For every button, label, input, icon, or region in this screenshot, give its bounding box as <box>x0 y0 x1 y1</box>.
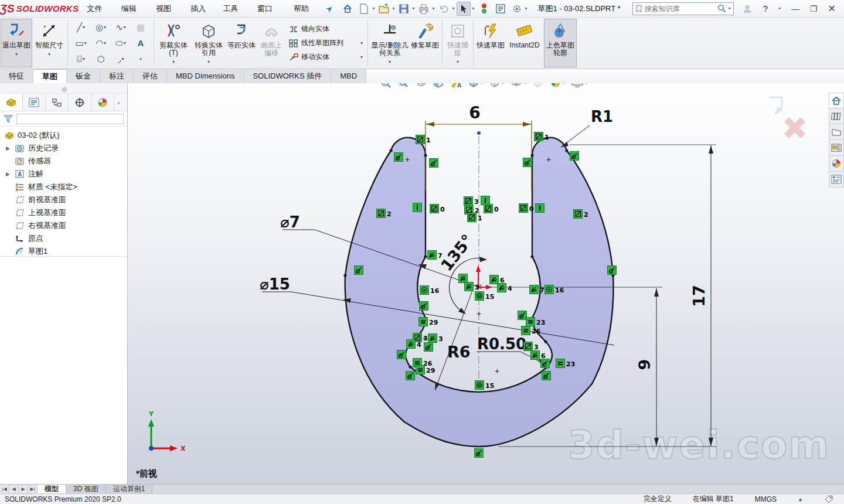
display-relations-button[interactable]: 显示/删除几何关系▾ <box>370 19 409 67</box>
tree-item-front-plane[interactable]: 前视基准面 <box>0 193 127 206</box>
close-button[interactable]: ✕ <box>828 3 836 14</box>
gear-caret-icon[interactable]: ▾ <box>525 6 528 11</box>
convert-caret-icon[interactable]: ▾ <box>207 58 210 66</box>
linear-pattern-button[interactable]: 线性草图阵列▾ <box>288 37 364 50</box>
pane-right-icon[interactable] <box>778 83 787 84</box>
trim-entities-button[interactable]: 剪裁实体(T)▾ <box>156 19 190 67</box>
exit-sketch-caret-icon[interactable]: ▾ <box>15 50 18 58</box>
sketch-origin[interactable] <box>476 265 492 290</box>
tree-item-history[interactable]: ▶ 历史记录 <box>0 142 127 155</box>
edit-appearance-icon[interactable] <box>532 83 544 88</box>
next-sheet-icon[interactable]: ▶ <box>19 485 28 493</box>
exit-sketch-button[interactable]: 退出草图▾ <box>1 19 32 67</box>
menu-file[interactable]: 文件(F) <box>79 0 114 18</box>
smart-dimension-button[interactable]: 智能尺寸▾ <box>33 19 65 67</box>
pin-menu-icon[interactable]: ➤ <box>324 3 335 15</box>
search-knowledge-base[interactable]: ▾ <box>632 2 734 15</box>
status-units[interactable]: MMGS <box>755 495 777 503</box>
dimension-r1[interactable]: R1 <box>561 108 613 147</box>
menu-help[interactable]: 帮助(H) <box>286 0 321 18</box>
tab-evaluate[interactable]: 评估 <box>134 69 167 83</box>
tab-feature-tree[interactable] <box>0 94 23 111</box>
doc-restore-icon[interactable]: ❐ <box>813 83 820 84</box>
fillet-tool[interactable]: ◞▾ <box>111 51 131 67</box>
display-style-icon[interactable]: ▾ <box>489 83 504 88</box>
move-caret-icon[interactable]: ▾ <box>360 55 363 60</box>
tab-addins[interactable]: SOLIDWORKS 插件 <box>244 69 331 83</box>
select-caret-icon[interactable]: ▾ <box>472 6 474 11</box>
arc-tool[interactable]: ◠▾ <box>91 35 111 51</box>
apply-scene-icon[interactable]: ▾ <box>550 83 565 88</box>
previous-view-icon[interactable] <box>415 83 427 88</box>
tree-item-sensors[interactable]: 传感器 <box>0 155 127 168</box>
gear-icon[interactable] <box>510 2 524 16</box>
options-list-icon[interactable] <box>494 2 508 16</box>
panel-splitter[interactable] <box>0 83 127 94</box>
tab-sketch[interactable]: 草图 <box>33 69 67 83</box>
save-caret-icon[interactable]: ▾ <box>412 6 414 11</box>
help-caret-icon[interactable]: ▾ <box>778 6 781 11</box>
last-sheet-icon[interactable]: ▶| <box>28 485 38 493</box>
tree-item-right-plane[interactable]: 右视基准面 <box>0 219 127 232</box>
minimize-button[interactable]: — <box>791 4 799 13</box>
offset-entities-button[interactable]: 等距实体 <box>227 19 256 67</box>
view-settings-icon[interactable]: ▾ <box>571 83 587 88</box>
undo-icon[interactable] <box>437 2 451 16</box>
print-caret-icon[interactable]: ▾ <box>432 6 434 11</box>
tab-dimxpert-manager[interactable] <box>69 94 91 111</box>
status-tag-icon[interactable] <box>824 495 833 503</box>
tab-features[interactable]: 特征 <box>0 69 33 83</box>
first-sheet-icon[interactable]: |◀ <box>0 485 9 493</box>
point-tool[interactable]: ▪ <box>131 51 151 67</box>
open-icon[interactable] <box>377 2 391 16</box>
tab-3d-views[interactable]: 3D 视图 <box>66 485 106 493</box>
doc-minimize-icon[interactable]: — <box>796 83 804 84</box>
dimension-r6[interactable]: R6 <box>435 291 472 390</box>
expand-arrow-icon[interactable]: ▶ <box>6 145 12 151</box>
tab-configuration-manager[interactable] <box>46 94 69 111</box>
rectangle-tool[interactable]: ▭▾ <box>71 35 91 51</box>
search-icon[interactable] <box>717 4 726 13</box>
expand-arrow-icon[interactable]: ▶ <box>6 171 12 177</box>
confirm-cancel-icon[interactable] <box>784 117 805 138</box>
text-tool[interactable]: A <box>131 35 151 51</box>
zoom-fit-icon[interactable] <box>380 83 392 88</box>
circle-tool[interactable]: ◎▾ <box>91 19 111 35</box>
graphics-area[interactable]: 3d-wei.com A ▾ ▾ ▾ ▾ ▾ — ❐ ✕ <box>128 83 844 484</box>
taskpane-appearances-icon[interactable] <box>829 156 844 172</box>
units-caret-icon[interactable]: ▲ <box>798 496 803 502</box>
home-icon[interactable] <box>341 2 355 16</box>
smart-dim-caret-icon[interactable]: ▾ <box>48 50 50 58</box>
taskpane-design-library-icon[interactable] <box>829 108 844 124</box>
open-caret-icon[interactable]: ▾ <box>392 6 394 11</box>
repair-sketch-button[interactable]: 修复草图 <box>410 19 440 67</box>
spline-tool[interactable]: ∿▾ <box>111 19 131 35</box>
tree-root-part[interactable]: 03-02 (默认) <box>0 129 127 142</box>
menu-insert[interactable]: 插入(I) <box>183 0 215 18</box>
menu-view[interactable]: 视图(V) <box>148 0 183 18</box>
panel-tabs-overflow-icon[interactable]: › <box>114 94 122 111</box>
undo-caret-icon[interactable]: ▾ <box>452 6 454 11</box>
doc-close-icon[interactable]: ✕ <box>829 83 836 84</box>
trim-caret-icon[interactable]: ▾ <box>172 58 175 66</box>
taskpane-home-icon[interactable] <box>829 93 844 108</box>
tree-item-annotations[interactable]: ▶ A 注解 <box>0 168 127 181</box>
move-entities-button[interactable]: 移动实体▾ <box>288 51 364 64</box>
rapid-sketch-button[interactable]: 快速草图 <box>476 19 505 67</box>
search-input[interactable] <box>645 5 715 13</box>
mirror-entities-button[interactable]: 镜向实体 <box>288 23 364 36</box>
menu-edit[interactable]: 编辑(E) <box>114 0 148 18</box>
prev-sheet-icon[interactable]: ◀ <box>9 485 19 493</box>
convert-entities-button[interactable]: 转换实体引用▾ <box>192 19 226 67</box>
dimension-135deg[interactable]: 135° <box>437 231 487 314</box>
tree-item-material[interactable]: 材质 <未指定> <box>0 181 127 193</box>
select-cursor-icon[interactable] <box>457 2 471 16</box>
tab-model[interactable]: 模型 <box>38 485 66 493</box>
hide-show-items-icon[interactable]: ▾ <box>510 83 526 88</box>
taskpane-file-explorer-icon[interactable] <box>829 124 844 140</box>
user-icon[interactable] <box>742 4 753 14</box>
restore-button[interactable]: ❐ <box>810 4 818 13</box>
pane-left-icon[interactable] <box>760 83 768 84</box>
tab-display-manager[interactable] <box>91 94 114 111</box>
tab-mbd-dimensions[interactable]: MBD Dimensions <box>167 69 244 83</box>
